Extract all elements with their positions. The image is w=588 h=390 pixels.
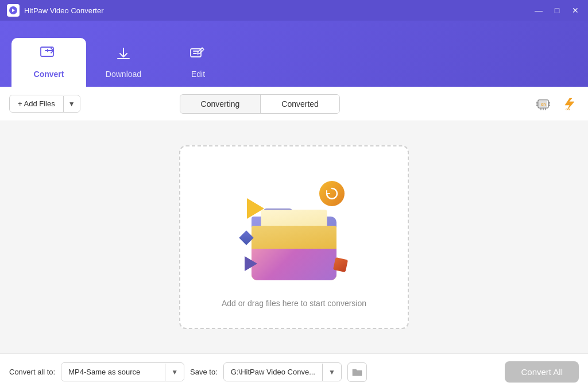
convert-all-to-label: Convert all to:: [9, 368, 55, 376]
drop-illustration: [237, 167, 351, 293]
title-bar-controls: — □ ✕: [533, 5, 581, 16]
save-to-label: Save to:: [190, 368, 218, 376]
edit-tab-icon: [189, 46, 207, 65]
download-tab-icon: [114, 46, 133, 65]
format-select-arrow[interactable]: ▼: [165, 364, 184, 381]
add-files-group: + Add Files ▼: [9, 95, 80, 113]
save-path-value: G:\HitPaw Video Conve...: [224, 363, 322, 381]
convert-all-button[interactable]: Convert All: [505, 361, 579, 383]
svg-text:on: on: [566, 107, 570, 111]
add-files-button[interactable]: + Add Files: [10, 95, 63, 112]
add-files-dropdown-button[interactable]: ▼: [63, 96, 80, 112]
convert-tab-icon: [40, 46, 58, 65]
tab-convert[interactable]: Convert: [11, 38, 86, 87]
tab-edit[interactable]: Edit: [161, 38, 235, 87]
toolbar-right: on on: [534, 94, 579, 114]
download-tab-label: Download: [106, 69, 141, 79]
drop-zone-hint: Add or drag files here to start conversi…: [222, 299, 366, 308]
nav-bar: Convert Download Edit: [0, 21, 588, 87]
converting-tab-button[interactable]: Converting: [180, 95, 261, 113]
edit-tab-label: Edit: [191, 69, 205, 79]
tab-download[interactable]: Download: [86, 38, 161, 87]
svg-text:on: on: [541, 102, 546, 106]
main-content: Add or drag files here to start conversi…: [0, 121, 588, 353]
footer: Convert all to: MP4-Same as source ▼ Sav…: [0, 353, 588, 390]
tab-switcher: Converting Converted: [180, 94, 340, 114]
save-path-dropdown-button[interactable]: ▼: [322, 364, 341, 381]
converted-tab-button[interactable]: Converted: [261, 95, 339, 113]
toolbar: + Add Files ▼ Converting Converted on: [0, 87, 588, 121]
convert-tab-label: Convert: [34, 69, 64, 79]
app-title: HitPaw Video Converter: [24, 6, 104, 15]
drop-zone[interactable]: Add or drag files here to start conversi…: [179, 145, 409, 329]
minimize-button[interactable]: —: [533, 5, 544, 16]
format-select[interactable]: MP4-Same as source: [61, 363, 165, 381]
turbo-speed-button[interactable]: on: [558, 94, 579, 114]
title-bar: HitPaw Video Converter — □ ✕: [0, 0, 588, 21]
save-to-group: G:\HitPaw Video Conve... ▼: [223, 362, 342, 381]
title-bar-left: HitPaw Video Converter: [7, 4, 104, 17]
app-logo: [7, 4, 20, 17]
close-button[interactable]: ✕: [570, 5, 581, 16]
maximize-button[interactable]: □: [551, 5, 563, 16]
format-select-group: MP4-Same as source ▼: [61, 362, 184, 381]
browse-folder-button[interactable]: [347, 362, 367, 382]
gpu-acceleration-button[interactable]: on: [534, 94, 555, 114]
